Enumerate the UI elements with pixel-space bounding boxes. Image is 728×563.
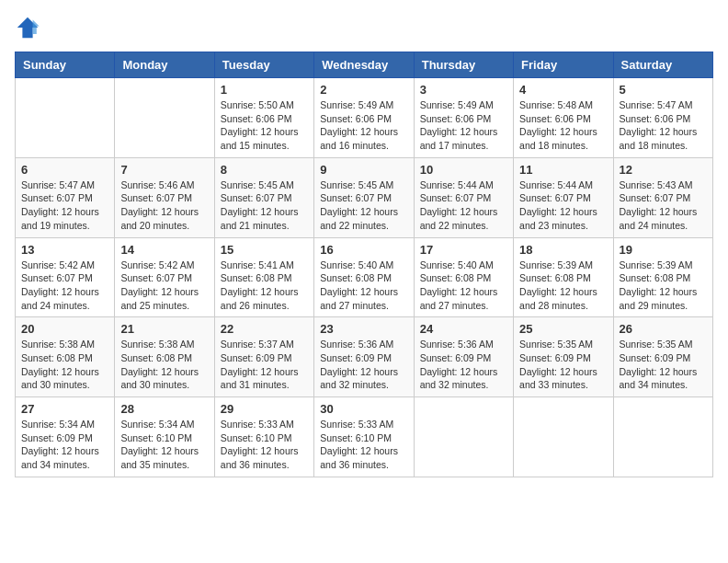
day-number: 18	[519, 243, 607, 257]
day-info: Sunrise: 5:47 AM Sunset: 6:06 PM Dayligh…	[620, 98, 707, 153]
weekday-header-saturday: Saturday	[613, 52, 712, 78]
calendar-cell: 5Sunrise: 5:47 AM Sunset: 6:06 PM Daylig…	[613, 78, 712, 158]
day-number: 22	[221, 322, 308, 336]
calendar-cell: 22Sunrise: 5:37 AM Sunset: 6:09 PM Dayli…	[214, 317, 313, 397]
svg-marker-1	[33, 20, 40, 34]
calendar-cell	[613, 397, 712, 477]
day-number: 28	[120, 402, 208, 416]
day-number: 13	[21, 243, 108, 257]
day-number: 20	[21, 322, 108, 336]
day-info: Sunrise: 5:50 AM Sunset: 6:06 PM Dayligh…	[221, 98, 308, 153]
calendar-cell: 8Sunrise: 5:45 AM Sunset: 6:07 PM Daylig…	[214, 157, 313, 237]
calendar-cell: 27Sunrise: 5:34 AM Sunset: 6:09 PM Dayli…	[16, 397, 115, 477]
weekday-header-monday: Monday	[115, 52, 214, 78]
calendar-cell: 1Sunrise: 5:50 AM Sunset: 6:06 PM Daylig…	[214, 78, 313, 158]
day-number: 21	[120, 322, 208, 336]
calendar-cell: 3Sunrise: 5:49 AM Sunset: 6:06 PM Daylig…	[414, 78, 513, 158]
calendar-body: 1Sunrise: 5:50 AM Sunset: 6:06 PM Daylig…	[16, 78, 713, 477]
day-number: 15	[221, 243, 308, 257]
day-number: 9	[320, 163, 407, 177]
day-info: Sunrise: 5:35 AM Sunset: 6:09 PM Dayligh…	[519, 338, 607, 392]
calendar-cell: 11Sunrise: 5:44 AM Sunset: 6:07 PM Dayli…	[514, 157, 613, 237]
day-number: 1	[221, 83, 308, 97]
day-number: 19	[620, 243, 707, 257]
calendar-cell	[16, 78, 115, 158]
day-info: Sunrise: 5:45 AM Sunset: 6:07 PM Dayligh…	[320, 178, 407, 233]
day-info: Sunrise: 5:47 AM Sunset: 6:07 PM Dayligh…	[21, 178, 108, 233]
day-info: Sunrise: 5:40 AM Sunset: 6:08 PM Dayligh…	[320, 259, 407, 313]
day-info: Sunrise: 5:41 AM Sunset: 6:08 PM Dayligh…	[221, 259, 308, 313]
day-info: Sunrise: 5:43 AM Sunset: 6:07 PM Dayligh…	[620, 178, 707, 233]
weekday-header-wednesday: Wednesday	[314, 52, 414, 78]
day-number: 25	[519, 322, 607, 336]
day-number: 30	[320, 402, 407, 416]
day-info: Sunrise: 5:36 AM Sunset: 6:09 PM Dayligh…	[320, 338, 407, 392]
calendar-week-3: 13Sunrise: 5:42 AM Sunset: 6:07 PM Dayli…	[16, 237, 713, 317]
calendar-cell: 29Sunrise: 5:33 AM Sunset: 6:10 PM Dayli…	[214, 397, 313, 477]
calendar-cell	[115, 78, 214, 158]
calendar-cell: 2Sunrise: 5:49 AM Sunset: 6:06 PM Daylig…	[314, 78, 414, 158]
calendar-week-5: 27Sunrise: 5:34 AM Sunset: 6:09 PM Dayli…	[16, 397, 713, 477]
day-number: 12	[620, 163, 707, 177]
day-number: 14	[120, 243, 208, 257]
calendar-cell: 4Sunrise: 5:48 AM Sunset: 6:06 PM Daylig…	[514, 78, 613, 158]
day-info: Sunrise: 5:49 AM Sunset: 6:06 PM Dayligh…	[320, 98, 407, 153]
day-number: 3	[420, 83, 507, 97]
calendar-cell: 16Sunrise: 5:40 AM Sunset: 6:08 PM Dayli…	[314, 237, 414, 317]
day-info: Sunrise: 5:39 AM Sunset: 6:08 PM Dayligh…	[620, 259, 707, 313]
calendar-cell: 23Sunrise: 5:36 AM Sunset: 6:09 PM Dayli…	[314, 317, 414, 397]
calendar-week-4: 20Sunrise: 5:38 AM Sunset: 6:08 PM Dayli…	[16, 317, 713, 397]
day-number: 10	[420, 163, 507, 177]
calendar-cell: 14Sunrise: 5:42 AM Sunset: 6:07 PM Dayli…	[115, 237, 214, 317]
calendar-cell: 18Sunrise: 5:39 AM Sunset: 6:08 PM Dayli…	[514, 237, 613, 317]
day-number: 6	[21, 163, 108, 177]
weekday-header-thursday: Thursday	[414, 52, 513, 78]
day-number: 17	[420, 243, 507, 257]
calendar-cell: 19Sunrise: 5:39 AM Sunset: 6:08 PM Dayli…	[613, 237, 712, 317]
calendar-cell: 20Sunrise: 5:38 AM Sunset: 6:08 PM Dayli…	[16, 317, 115, 397]
calendar-table: SundayMondayTuesdayWednesdayThursdayFrid…	[15, 52, 713, 477]
day-number: 23	[320, 322, 407, 336]
calendar-cell	[514, 397, 613, 477]
calendar-cell: 17Sunrise: 5:40 AM Sunset: 6:08 PM Dayli…	[414, 237, 513, 317]
calendar-cell: 6Sunrise: 5:47 AM Sunset: 6:07 PM Daylig…	[16, 157, 115, 237]
day-number: 16	[320, 243, 407, 257]
day-info: Sunrise: 5:45 AM Sunset: 6:07 PM Dayligh…	[221, 178, 308, 233]
calendar-cell: 21Sunrise: 5:38 AM Sunset: 6:08 PM Dayli…	[115, 317, 214, 397]
day-number: 4	[519, 83, 607, 97]
day-info: Sunrise: 5:37 AM Sunset: 6:09 PM Dayligh…	[221, 338, 308, 392]
day-number: 26	[620, 322, 707, 336]
day-info: Sunrise: 5:38 AM Sunset: 6:08 PM Dayligh…	[21, 338, 108, 392]
calendar-cell: 13Sunrise: 5:42 AM Sunset: 6:07 PM Dayli…	[16, 237, 115, 317]
day-info: Sunrise: 5:39 AM Sunset: 6:08 PM Dayligh…	[519, 259, 607, 313]
weekday-header-row: SundayMondayTuesdayWednesdayThursdayFrid…	[16, 52, 713, 78]
calendar-cell: 25Sunrise: 5:35 AM Sunset: 6:09 PM Dayli…	[514, 317, 613, 397]
day-info: Sunrise: 5:48 AM Sunset: 6:06 PM Dayligh…	[519, 98, 607, 153]
day-info: Sunrise: 5:42 AM Sunset: 6:07 PM Dayligh…	[21, 259, 108, 313]
day-info: Sunrise: 5:44 AM Sunset: 6:07 PM Dayligh…	[420, 178, 507, 233]
day-number: 11	[519, 163, 607, 177]
day-info: Sunrise: 5:44 AM Sunset: 6:07 PM Dayligh…	[519, 178, 607, 233]
calendar-cell: 24Sunrise: 5:36 AM Sunset: 6:09 PM Dayli…	[414, 317, 513, 397]
day-number: 27	[21, 402, 108, 416]
day-number: 8	[221, 163, 308, 177]
calendar-cell: 26Sunrise: 5:35 AM Sunset: 6:09 PM Dayli…	[613, 317, 712, 397]
calendar-cell: 30Sunrise: 5:33 AM Sunset: 6:10 PM Dayli…	[314, 397, 414, 477]
day-info: Sunrise: 5:36 AM Sunset: 6:09 PM Dayligh…	[420, 338, 507, 392]
day-number: 5	[620, 83, 707, 97]
day-info: Sunrise: 5:38 AM Sunset: 6:08 PM Dayligh…	[120, 338, 208, 392]
day-info: Sunrise: 5:33 AM Sunset: 6:10 PM Dayligh…	[221, 418, 308, 472]
day-info: Sunrise: 5:42 AM Sunset: 6:07 PM Dayligh…	[120, 259, 208, 313]
logo	[15, 15, 44, 40]
day-number: 24	[420, 322, 507, 336]
day-number: 29	[221, 402, 308, 416]
day-info: Sunrise: 5:34 AM Sunset: 6:09 PM Dayligh…	[21, 418, 108, 472]
weekday-header-sunday: Sunday	[16, 52, 115, 78]
day-info: Sunrise: 5:35 AM Sunset: 6:09 PM Dayligh…	[620, 338, 707, 392]
day-info: Sunrise: 5:34 AM Sunset: 6:10 PM Dayligh…	[120, 418, 208, 472]
calendar-week-1: 1Sunrise: 5:50 AM Sunset: 6:06 PM Daylig…	[16, 78, 713, 158]
weekday-header-tuesday: Tuesday	[214, 52, 313, 78]
calendar-week-2: 6Sunrise: 5:47 AM Sunset: 6:07 PM Daylig…	[16, 157, 713, 237]
calendar-header: SundayMondayTuesdayWednesdayThursdayFrid…	[16, 52, 713, 78]
day-info: Sunrise: 5:40 AM Sunset: 6:08 PM Dayligh…	[420, 259, 507, 313]
